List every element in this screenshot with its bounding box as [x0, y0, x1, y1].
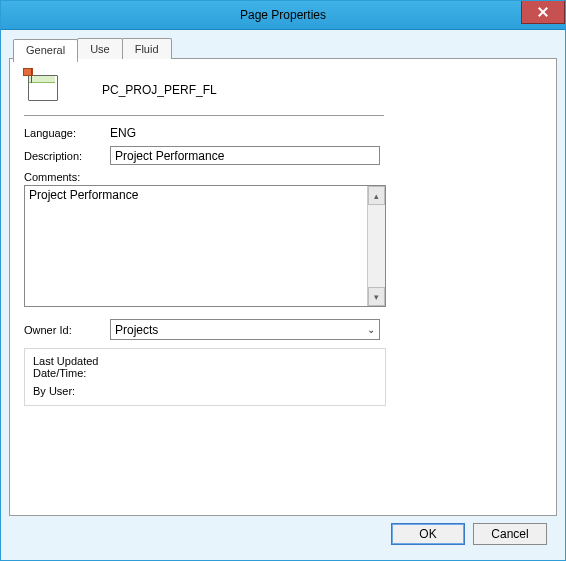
close-button[interactable] [521, 1, 565, 24]
client-area: General Use Fluid PC_PROJ_PERF_FL Langua… [1, 30, 565, 560]
tab-label: Use [90, 43, 110, 55]
by-user-label: By User: [33, 385, 115, 397]
comments-scrollbar[interactable]: ▴ ▾ [367, 186, 385, 306]
header-row: PC_PROJ_PERF_FL [24, 71, 384, 116]
owner-id-value: Projects [115, 323, 158, 337]
chevron-down-icon: ⌄ [367, 324, 375, 335]
cancel-button[interactable]: Cancel [473, 523, 547, 545]
cancel-button-label: Cancel [491, 527, 528, 541]
panel-general: PC_PROJ_PERF_FL Language: ENG Descriptio… [9, 58, 557, 516]
ok-button-label: OK [419, 527, 436, 541]
tab-label: Fluid [135, 43, 159, 55]
tab-label: General [26, 44, 65, 56]
dialog-button-row: OK Cancel [9, 516, 557, 552]
ok-button[interactable]: OK [391, 523, 465, 545]
description-label: Description: [24, 150, 110, 162]
metadata-group: Last Updated Date/Time: By User: [24, 348, 386, 406]
tab-container: General Use Fluid PC_PROJ_PERF_FL Langua… [9, 38, 557, 516]
scroll-down-icon[interactable]: ▾ [368, 287, 385, 306]
page-icon [28, 75, 56, 99]
tab-use[interactable]: Use [77, 38, 123, 59]
tab-strip: General Use Fluid [9, 38, 557, 58]
dialog-window: Page Properties General Use Fluid PC_PRO… [0, 0, 566, 561]
description-input[interactable] [110, 146, 380, 165]
last-updated-label: Last Updated Date/Time: [33, 355, 115, 379]
owner-id-label: Owner Id: [24, 324, 110, 336]
close-icon [538, 7, 548, 17]
tab-fluid[interactable]: Fluid [122, 38, 172, 59]
language-value: ENG [110, 126, 136, 140]
page-name-value: PC_PROJ_PERF_FL [102, 83, 217, 97]
tab-general[interactable]: General [13, 39, 78, 62]
language-label: Language: [24, 127, 110, 139]
window-title: Page Properties [1, 1, 565, 29]
comments-field[interactable]: Project Performance ▴ ▾ [24, 185, 386, 307]
titlebar: Page Properties [1, 1, 565, 30]
comments-text: Project Performance [25, 186, 367, 306]
comments-label: Comments: [24, 171, 110, 183]
owner-id-select[interactable]: Projects ⌄ [110, 319, 380, 340]
scroll-up-icon[interactable]: ▴ [368, 186, 385, 205]
